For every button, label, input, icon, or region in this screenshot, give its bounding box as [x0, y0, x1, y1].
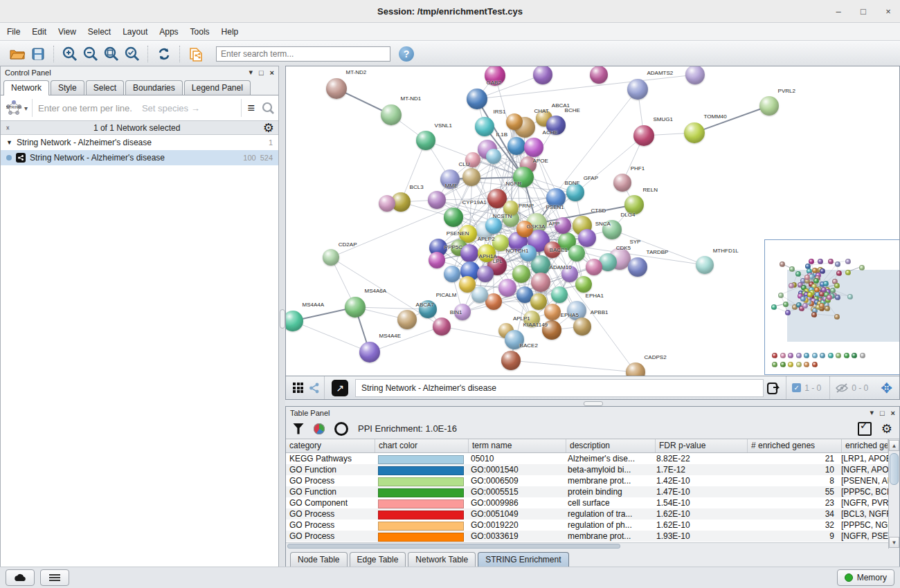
horizontal-scrollbar[interactable]: [286, 542, 888, 549]
minimize-button[interactable]: –: [834, 6, 843, 16]
help-icon[interactable]: ?: [399, 46, 414, 62]
network-from-clipboard-button[interactable]: [186, 44, 206, 64]
enrichment-settings-gear-icon[interactable]: ⚙: [881, 423, 892, 435]
network-node[interactable]: [533, 66, 552, 84]
menu-item-file[interactable]: File: [7, 27, 20, 37]
network-node[interactable]: [530, 293, 547, 310]
scroll-down-arrow[interactable]: ▼: [889, 537, 899, 548]
network-node-adamts2[interactable]: [627, 79, 648, 100]
tab-edge-table[interactable]: Edge Table: [350, 552, 406, 567]
splitter-grip[interactable]: [280, 309, 285, 329]
tab-select[interactable]: Select: [86, 80, 124, 95]
table-row[interactable]: GO ComponentGO:0009986cell surface1.54E-…: [286, 497, 888, 508]
network-node-cyp19a1[interactable]: [444, 208, 463, 227]
table-row[interactable]: GO ProcessGO:0006509membrane prot...1.42…: [286, 475, 888, 486]
network-node[interactable]: [498, 279, 516, 297]
network-node-ms4a6a[interactable]: [345, 297, 366, 318]
network-node[interactable]: [575, 276, 592, 293]
menu-item-tools[interactable]: Tools: [190, 27, 210, 37]
network-node-bin1[interactable]: [433, 318, 451, 336]
open-session-button[interactable]: [7, 44, 28, 64]
table-splitter-grip[interactable]: [584, 401, 603, 406]
network-node-aplp2[interactable]: [460, 244, 478, 262]
table-row[interactable]: GO FunctionGO:0001540beta-amyloid bi...1…: [286, 464, 888, 475]
network-node[interactable]: [506, 113, 523, 130]
network-node-apbb1[interactable]: [573, 318, 591, 336]
network-node[interactable]: [586, 259, 602, 275]
network-node[interactable]: [568, 245, 585, 261]
open-in-string-icon[interactable]: ↗: [332, 380, 348, 396]
network-node-vsnl1[interactable]: [416, 131, 435, 150]
network-node-adam10[interactable]: [531, 273, 550, 292]
menu-item-layout[interactable]: Layout: [123, 27, 147, 37]
select-terms-checkbox-icon[interactable]: [858, 422, 872, 436]
network-node-gab2[interactable]: [467, 89, 487, 109]
network-node-cd2ap[interactable]: [323, 249, 339, 266]
network-node-bace2[interactable]: [501, 351, 521, 370]
column-header-description[interactable]: description: [566, 439, 656, 452]
refresh-button[interactable]: [154, 44, 174, 64]
column-header--enriched-genes[interactable]: # enriched genes: [748, 439, 842, 452]
network-node[interactable]: [590, 66, 608, 84]
column-header-chart-color[interactable]: chart color: [375, 439, 469, 452]
network-node-mme[interactable]: [428, 191, 446, 209]
column-header-category[interactable]: category: [286, 439, 375, 452]
network-node[interactable]: [685, 66, 705, 84]
search-input[interactable]: [216, 46, 390, 62]
close-button[interactable]: ×: [883, 6, 893, 16]
panel-close-icon[interactable]: ×: [270, 68, 274, 77]
expand-all-icon[interactable]: ⌄: [5, 128, 10, 133]
network-node[interactable]: [459, 276, 476, 293]
network-node[interactable]: [486, 149, 501, 164]
network-node-cadps2[interactable]: [626, 362, 645, 376]
column-header-term-name[interactable]: term name: [469, 439, 566, 452]
network-node-tardbp[interactable]: [628, 257, 647, 277]
table-row[interactable]: KEGG Pathways05010Alzheimer's dise...8.8…: [286, 453, 888, 464]
network-node-ppp5c[interactable]: [429, 252, 445, 268]
network-node-pvrl2[interactable]: [759, 96, 779, 116]
network-options-gear-icon[interactable]: ⚙: [263, 122, 274, 134]
tree-expander-icon[interactable]: ▼: [6, 139, 12, 146]
panel-menu-icon[interactable]: ▾: [249, 68, 253, 77]
donut-chart-icon[interactable]: [334, 422, 348, 436]
table-row[interactable]: GO ProcessGO:0051049regulation of tra...…: [286, 508, 888, 520]
network-node-irs1[interactable]: [475, 117, 494, 136]
pie-chart-icon[interactable]: [314, 423, 325, 434]
zoom-fit-button[interactable]: [101, 44, 122, 64]
tab-network-table[interactable]: Network Table: [408, 552, 476, 567]
export-network-icon[interactable]: [766, 380, 783, 396]
network-node[interactable]: [379, 195, 395, 212]
share-network-icon[interactable]: [309, 383, 320, 394]
navigator-icon[interactable]: ✥: [876, 380, 897, 396]
panel-close-icon[interactable]: ×: [891, 409, 895, 417]
network-node[interactable]: [551, 286, 568, 303]
network-node-smug1[interactable]: [633, 125, 654, 146]
network-node-tomm40[interactable]: [684, 122, 705, 143]
network-node[interactable]: [462, 168, 480, 186]
table-row[interactable]: GO FunctionGO:0005515protein binding1.47…: [286, 486, 888, 497]
menu-item-edit[interactable]: Edit: [32, 27, 46, 37]
grid-mode-icon[interactable]: [293, 383, 303, 393]
column-header-enriched-genes[interactable]: enriched genes: [842, 439, 888, 452]
network-node-mthfd1l[interactable]: [696, 256, 714, 274]
zoom-selected-button[interactable]: [122, 44, 143, 64]
network-view[interactable]: MT-ND2MT-ND1VSNL1GAB2ADAMTS2PVRL2SMUG1TO…: [285, 66, 900, 376]
table-row[interactable]: GO ProcessGO:0019220regulation of ph...1…: [286, 520, 888, 531]
panel-float-icon[interactable]: □: [259, 68, 264, 77]
network-node-snca[interactable]: [578, 229, 596, 247]
network-node[interactable]: [485, 217, 502, 234]
maximize-button[interactable]: □: [858, 6, 868, 16]
horizontal-scroll-thumb[interactable]: [287, 544, 620, 549]
menu-item-help[interactable]: Help: [222, 27, 239, 37]
save-session-button[interactable]: [28, 44, 48, 64]
network-node-mt-nd2[interactable]: [326, 78, 347, 99]
table-splitter[interactable]: [285, 400, 900, 406]
network-collection-row[interactable]: ▼ String Network - Alzheimer's disease 1: [1, 135, 278, 150]
tab-node-table[interactable]: Node Table: [290, 552, 348, 567]
panel-splitter[interactable]: [279, 66, 285, 567]
vertical-scroll-thumb[interactable]: [890, 453, 899, 485]
network-node-lpl[interactable]: [477, 266, 494, 282]
string-search-icon[interactable]: [262, 102, 274, 114]
zoom-in-button[interactable]: [60, 44, 80, 64]
panel-float-icon[interactable]: □: [880, 409, 885, 417]
